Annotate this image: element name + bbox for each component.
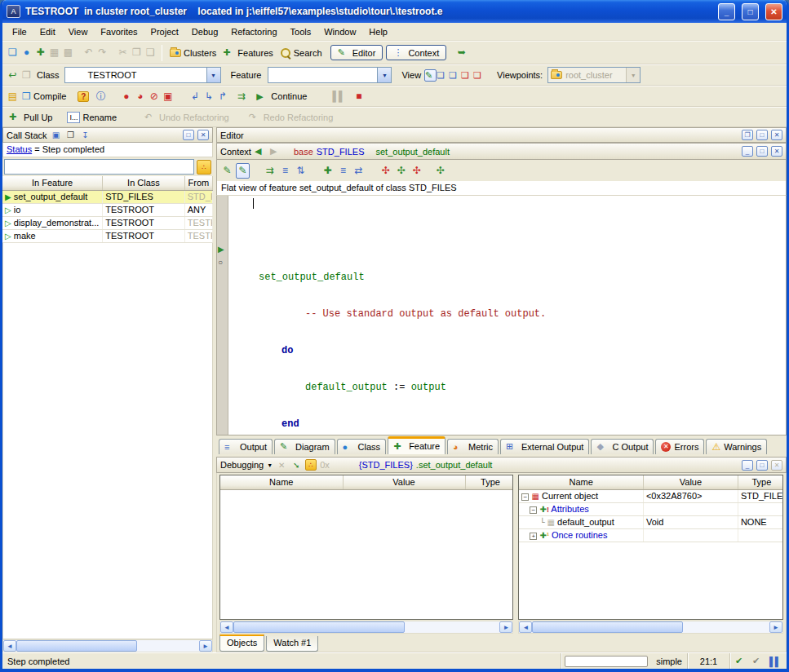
status-link[interactable]: Status <box>7 144 32 154</box>
profile-icon[interactable]: ➥ <box>454 46 468 60</box>
call-stack-copy-icon[interactable]: ❐ <box>65 130 77 139</box>
status-pause-icon[interactable]: ▌▌ <box>769 657 782 666</box>
menu-window[interactable]: Window <box>317 24 362 39</box>
assigners-icon[interactable]: ≡ <box>278 164 292 178</box>
callees-icon[interactable]: ✚ <box>321 164 335 178</box>
feature-combobox-arrow[interactable]: ▼ <box>377 68 391 82</box>
hex-format-label[interactable]: 0x <box>320 460 330 470</box>
status-check-icon[interactable]: ✔ <box>752 656 765 666</box>
undo-refactoring-button[interactable]: ↶ Undo Refactoring <box>141 110 233 124</box>
redo-refactoring-button[interactable]: ↷ Redo Refactoring <box>246 110 337 124</box>
editor-titlebar[interactable]: Editor ❐ □ ✕ <box>216 127 787 143</box>
project-settings-icon[interactable]: ▤ <box>6 90 20 104</box>
call-stack-titlebar[interactable]: Call Stack ▣ ❐ ↧ □ ✕ <box>2 127 213 143</box>
step-over-icon[interactable]: ↳ <box>202 90 215 104</box>
new-document-icon[interactable]: ❏ <box>6 46 20 60</box>
breakpoint-enable-icon[interactable]: ● <box>119 90 133 104</box>
collapse-icon[interactable]: − <box>521 493 529 501</box>
breakpoint-remove-icon[interactable]: ⊘ <box>147 90 161 104</box>
search-button[interactable]: Search <box>277 46 326 60</box>
object-tree-row[interactable]: └ ▦ default_output Void NONE <box>519 515 783 528</box>
add-icon[interactable]: ✚ <box>33 46 47 60</box>
viewpoints-combobox[interactable]: root_cluster ▼ <box>547 67 641 83</box>
locals-col-value[interactable]: Value <box>343 475 465 489</box>
context-toggle-button[interactable]: ⋮ Context <box>386 45 446 60</box>
maximize-button[interactable]: □ <box>742 3 759 20</box>
objects-col-name[interactable]: Name <box>519 475 643 489</box>
menu-project[interactable]: Project <box>144 24 185 39</box>
context-close-button[interactable]: ✕ <box>771 146 782 157</box>
scroll-right-icon[interactable]: ► <box>199 640 212 652</box>
call-stack-filter-input[interactable] <box>4 159 194 175</box>
paste-icon[interactable]: ❑ <box>144 46 157 60</box>
pull-up-button[interactable]: ✚ Pull Up <box>6 110 55 124</box>
compile-button[interactable]: Compile <box>33 91 66 101</box>
features-button[interactable]: ✚ Features <box>219 46 276 60</box>
menu-tools[interactable]: Tools <box>284 24 318 39</box>
scroll-thumb[interactable] <box>16 640 137 652</box>
debugging-bubble-icon[interactable]: ∴ <box>305 459 317 471</box>
suppliers-icon[interactable]: ✣ <box>433 164 447 178</box>
breakpoint-disable-icon[interactable]: ◕ <box>133 90 147 104</box>
call-stack-row[interactable]: ▶ set_output_default STD_FILES STD_FILES <box>2 190 213 203</box>
context-minimize-button[interactable]: _ <box>742 146 753 157</box>
compile-help-icon[interactable]: ? <box>78 91 89 102</box>
col-in-class[interactable]: In Class <box>103 176 185 190</box>
rename-button[interactable]: I... Rename <box>64 110 120 125</box>
editor-maximize-button[interactable]: □ <box>756 130 768 140</box>
context-back-icon[interactable]: ◀ <box>255 146 267 157</box>
object-tree-row[interactable]: − ▦ Current object <0x32A8760> STD_FILES <box>519 489 783 502</box>
call-stack-save-icon[interactable]: ▣ <box>51 130 62 139</box>
call-stack-close-button[interactable]: ✕ <box>197 130 209 140</box>
scroll-left-icon[interactable]: ◄ <box>3 640 16 652</box>
menu-view[interactable]: View <box>62 24 95 39</box>
redo-icon[interactable]: ↷ <box>95 46 109 60</box>
objects-hscrollbar[interactable]: ◄ ► <box>518 621 783 634</box>
creators-icon[interactable]: ⇅ <box>294 164 308 178</box>
scroll-right-icon[interactable]: ► <box>769 621 782 633</box>
breakpoint-window-icon[interactable]: ▣ <box>161 90 175 104</box>
object-tree-row[interactable]: + ✚¹ Once routines <box>519 528 783 542</box>
new-feature-icon[interactable]: ✎ <box>236 163 250 179</box>
call-stack-row[interactable]: ▷ make TESTROOT TESTROOT <box>2 229 213 242</box>
tab-objects[interactable]: Objects <box>219 634 264 652</box>
call-stack-row[interactable]: ▷ display_demonstrat... TESTROOT TESTROO… <box>2 216 213 229</box>
debugging-close-tool-icon[interactable]: ✕ <box>276 461 287 470</box>
locals-col-name[interactable]: Name <box>220 475 343 489</box>
menu-help[interactable]: Help <box>362 24 394 39</box>
call-stack-row[interactable]: ▷ io TESTROOT ANY <box>2 203 213 216</box>
scroll-thumb[interactable] <box>233 621 405 633</box>
scroll-right-icon[interactable]: ► <box>499 621 512 633</box>
save-all-icon[interactable]: ▩ <box>61 46 75 60</box>
send-to-icon[interactable]: ↩ <box>6 69 20 82</box>
view-flat-contract-icon[interactable]: ❏ <box>473 70 485 81</box>
locals-hscrollbar[interactable]: ◄ ► <box>219 621 513 634</box>
copy-icon[interactable]: ❐ <box>130 46 144 60</box>
continue-button[interactable]: ▶ Continue <box>253 90 310 104</box>
debugging-jump-icon[interactable]: ➘ <box>290 461 302 470</box>
undo-icon[interactable]: ↶ <box>82 46 95 60</box>
scroll-thumb[interactable] <box>532 621 683 633</box>
stop-icon[interactable]: ■ <box>352 90 366 104</box>
tab-watch-1[interactable]: Watch #1 <box>266 636 318 652</box>
code-area[interactable]: ▶ ○ set_output_default -- Use standard o… <box>216 195 787 435</box>
status-check-doc-icon[interactable]: ✔ <box>735 656 747 666</box>
info-icon[interactable]: ⓘ <box>94 90 108 104</box>
col-in-feature[interactable]: In Feature <box>2 176 103 190</box>
view-editor-icon[interactable]: ✎ <box>424 69 437 82</box>
objects-col-type[interactable]: Type <box>738 475 783 489</box>
debugging-minimize-button[interactable]: _ <box>742 460 753 471</box>
call-stack-maximize-button[interactable]: □ <box>183 130 194 140</box>
save-icon[interactable]: ▦ <box>47 46 61 60</box>
scroll-left-icon[interactable]: ◄ <box>220 621 233 633</box>
createes-icon[interactable]: ⇄ <box>352 164 366 178</box>
cut-icon[interactable]: ✂ <box>116 46 130 60</box>
menu-edit[interactable]: Edit <box>33 24 62 39</box>
debugging-titlebar[interactable]: Debugging ▼ ✕ ➘ ∴ 0x {STD_FILES}.set_out… <box>216 457 787 473</box>
minimize-button[interactable]: _ <box>718 3 735 20</box>
open-icon[interactable]: ● <box>20 46 33 60</box>
col-from[interactable]: From <box>184 176 212 190</box>
breadcrumb-feature[interactable]: set_output_default <box>375 147 450 157</box>
object-tree-row[interactable]: − ✚! Attributes <box>519 502 783 515</box>
class-combobox[interactable]: TESTROOT ▼ <box>64 67 221 83</box>
